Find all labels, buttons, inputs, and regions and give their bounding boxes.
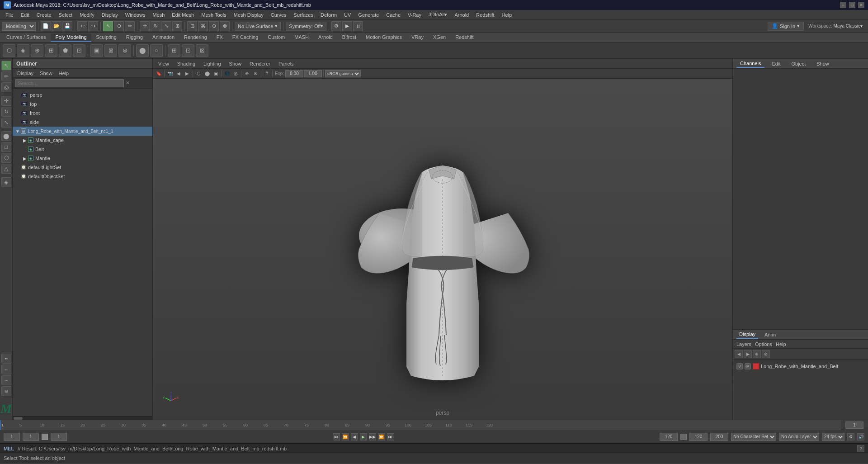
layer-color-swatch[interactable] <box>753 363 759 369</box>
menu-mesh-display[interactable]: Mesh Display <box>230 11 267 19</box>
symmetry-control[interactable]: Symmetry: Off ▾ <box>286 22 326 31</box>
shelf-icon-7[interactable]: ▣ <box>90 44 103 57</box>
minimize-button[interactable]: − <box>840 2 846 8</box>
snap-surface-button[interactable]: ⊗ <box>220 21 230 31</box>
shelf-tab-motion-graphics[interactable]: Motion Graphics <box>361 33 406 42</box>
menu-curves[interactable]: Curves <box>267 11 290 19</box>
skip-to-end-button[interactable]: ⏭ <box>387 433 394 440</box>
shelf-icon-9[interactable]: ⊗ <box>118 44 131 57</box>
outliner-menu-show[interactable]: Show <box>37 70 55 76</box>
paint-select-button[interactable]: ✏ <box>125 21 135 31</box>
viewport-menu-view[interactable]: View <box>155 60 173 67</box>
menu-help[interactable]: Help <box>498 11 516 19</box>
maximize-button[interactable]: □ <box>849 2 855 8</box>
layers-tb-select[interactable]: ⊕ <box>753 350 761 358</box>
snap-point-button[interactable]: ⊕ <box>209 21 219 31</box>
tree-item-front[interactable]: 📷 front <box>13 109 152 118</box>
poly-cone-tool[interactable]: △ <box>1 164 11 174</box>
shelf-icon-4[interactable]: ⊞ <box>45 44 57 57</box>
no-live-surface-control[interactable]: No Live Surface ▾ <box>235 22 281 31</box>
shelf-tab-rigging[interactable]: Rigging <box>122 33 147 42</box>
workspace-select[interactable]: Modeling <box>2 22 36 31</box>
playback-start-input[interactable] <box>4 433 20 441</box>
menu-modify[interactable]: Modify <box>76 11 98 19</box>
tree-item-default-light-set[interactable]: ⚪ defaultLightSet <box>13 163 152 172</box>
menu-uv[interactable]: UV <box>340 11 354 19</box>
vp-smooth-shade[interactable]: ⬤ <box>203 70 211 78</box>
layers-tb-add[interactable]: ⊗ <box>762 350 770 358</box>
select-tool-button[interactable]: ↖ <box>103 21 113 31</box>
menu-windows[interactable]: Windows <box>122 11 149 19</box>
anim-end-input[interactable] <box>660 433 678 441</box>
shelf-tab-mash[interactable]: MASH <box>290 33 313 42</box>
new-scene-button[interactable]: 📄 <box>41 21 51 31</box>
step-back-button[interactable]: ⏪ <box>342 433 349 440</box>
vp-next-view[interactable]: ▶ <box>183 70 191 78</box>
quick-layout-2[interactable]: ▫▫ <box>1 365 11 374</box>
outliner-scrollbar[interactable] <box>13 416 152 420</box>
scale-tool[interactable]: ⤡ <box>1 118 11 128</box>
menu-create[interactable]: Create <box>33 11 55 19</box>
shelf-tab-arnold[interactable]: Arnold <box>314 33 337 42</box>
playback-settings-button[interactable]: ⚙ <box>847 433 854 440</box>
channels-tab-channels[interactable]: Channels <box>736 60 764 68</box>
menu-vray[interactable]: V-Ray <box>404 11 425 19</box>
menu-3dtoall[interactable]: 3DtoAll▾ <box>425 11 451 19</box>
shelf-icon-3[interactable]: ⊕ <box>31 44 43 57</box>
vp-cam-bookmark[interactable]: 🔖 <box>155 70 163 78</box>
menu-edit-mesh[interactable]: Edit Mesh <box>168 11 198 19</box>
viewport-menu-show[interactable]: Show <box>226 60 245 67</box>
sculpt-tool[interactable]: ◎ <box>1 82 11 92</box>
vp-ao[interactable]: ◎ <box>231 70 240 78</box>
move-button[interactable]: ✛ <box>140 21 150 31</box>
menu-redshift[interactable]: Redshift <box>472 11 498 19</box>
render-button[interactable]: ▶ <box>342 21 352 31</box>
shelf-tab-sculpting[interactable]: Sculpting <box>92 33 121 42</box>
shelf-icon-6[interactable]: ⊡ <box>73 44 85 57</box>
shelf-icon-12[interactable]: ⊞ <box>168 44 180 57</box>
current-frame-input[interactable] <box>23 433 39 441</box>
vp-textured[interactable]: ▣ <box>212 70 220 78</box>
shelf-icon-8[interactable]: ⊠ <box>104 44 117 57</box>
shelf-tab-rendering[interactable]: Rendering <box>179 33 212 42</box>
step-forward-button[interactable]: ⏩ <box>378 433 385 440</box>
vp-isolate-select[interactable]: ⊕ <box>243 70 251 78</box>
show-manipulator-tool[interactable]: ◈ <box>1 177 11 187</box>
shelf-tab-xgen[interactable]: XGen <box>429 33 450 42</box>
menu-generate[interactable]: Generate <box>354 11 382 19</box>
menu-arnold[interactable]: Arnold <box>451 11 472 19</box>
shelf-icon-2[interactable]: ◈ <box>17 44 29 57</box>
frame-1-input[interactable] <box>51 433 67 441</box>
timeline-frame-input[interactable] <box>845 421 863 429</box>
rotate-tool[interactable]: ↻ <box>1 107 11 117</box>
viewport-menu-lighting[interactable]: Lighting <box>200 60 225 67</box>
vp-previous-view[interactable]: ◀ <box>175 70 183 78</box>
vp-grid[interactable]: # <box>263 70 271 78</box>
shelf-tab-fx[interactable]: FX <box>212 33 227 42</box>
move-tool[interactable]: ✛ <box>1 96 11 106</box>
shelf-tab-vray[interactable]: VRay <box>407 33 428 42</box>
shelf-tab-poly-modeling[interactable]: Poly Modeling <box>51 33 91 42</box>
redo-button[interactable]: ↪ <box>88 21 98 31</box>
menu-deform[interactable]: Deform <box>317 11 340 19</box>
vp-wireframe[interactable]: ⬡ <box>194 70 203 78</box>
snap-grid-button[interactable]: ⊡ <box>187 21 197 31</box>
rotate-button[interactable]: ↻ <box>151 21 160 31</box>
channels-tab-edit[interactable]: Edit <box>768 60 784 67</box>
shelf-tab-animation[interactable]: Animation <box>148 33 179 42</box>
viewport-menu-renderer[interactable]: Renderer <box>246 60 274 67</box>
layer-visibility-v[interactable]: V <box>736 363 743 369</box>
status-help-button[interactable]: ? <box>857 445 864 452</box>
layers-menu-layers[interactable]: Layers <box>736 341 751 347</box>
ipr-button[interactable]: ⏸ <box>353 21 363 31</box>
tree-item-default-object-set[interactable]: ⚪ defaultObjectSet <box>13 172 152 181</box>
shelf-tab-fxcaching[interactable]: FX Caching <box>228 33 263 42</box>
vp-exposure-input[interactable] <box>285 70 303 77</box>
menu-mesh[interactable]: Mesh <box>149 11 168 19</box>
shelf-icon-11[interactable]: ○ <box>150 44 163 57</box>
tree-item-persp[interactable]: 📷 persp <box>13 90 152 99</box>
tree-item-side[interactable]: 📷 side <box>13 118 152 127</box>
tree-item-mantle[interactable]: ▶ ◈ Mantle <box>13 154 152 163</box>
paint-tool[interactable]: ✏ <box>1 71 11 81</box>
shelf-tab-redshift[interactable]: Redshift <box>451 33 478 42</box>
